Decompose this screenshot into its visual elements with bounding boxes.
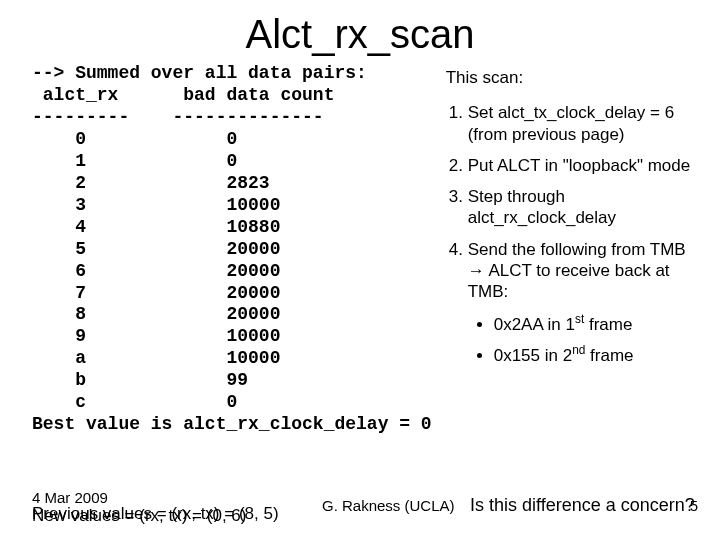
row-rx: a bbox=[75, 348, 86, 368]
table-header-2: alct_rx bad data count bbox=[32, 85, 334, 105]
row-count: 10000 bbox=[226, 348, 280, 368]
row-count: 20000 bbox=[226, 283, 280, 303]
frame-1-post: frame bbox=[584, 315, 632, 334]
row-count: 10880 bbox=[226, 217, 280, 237]
row-count: 20000 bbox=[226, 239, 280, 259]
row-count: 0 bbox=[226, 392, 237, 412]
step-4-pre: Send the following from TMB bbox=[468, 240, 686, 259]
best-value-line: Best value is alct_rx_clock_delay = 0 bbox=[32, 414, 432, 434]
frame-2-post: frame bbox=[585, 346, 633, 365]
arrow-icon: → bbox=[468, 261, 485, 280]
scan-label: This scan: bbox=[446, 67, 698, 88]
row-count: 0 bbox=[226, 151, 237, 171]
table-header-3: --------- -------------- bbox=[32, 107, 324, 127]
row-count: 20000 bbox=[226, 261, 280, 281]
row-count: 10000 bbox=[226, 195, 280, 215]
slide: Alct_rx_scan --> Summed over all data pa… bbox=[0, 0, 720, 540]
row-rx: 5 bbox=[75, 239, 86, 259]
step-4-post: ALCT to receive back at TMB: bbox=[468, 261, 670, 301]
row-rx: 9 bbox=[75, 326, 86, 346]
step-1-text: Set alct_tx_clock_delay = 6 (from previo… bbox=[468, 103, 674, 143]
data-table: --> Summed over all data pairs: alct_rx … bbox=[32, 63, 432, 436]
row-rx: 1 bbox=[75, 151, 86, 171]
row-rx: 3 bbox=[75, 195, 86, 215]
row-rx: c bbox=[75, 392, 86, 412]
slide-body: --> Summed over all data pairs: alct_rx … bbox=[0, 63, 720, 436]
right-column: This scan: Set alct_tx_clock_delay = 6 (… bbox=[446, 63, 698, 436]
new-values: New values = (rx, tx) = (0, 6) bbox=[32, 505, 246, 526]
step-3: Step through alct_rx_clock_delay bbox=[468, 186, 698, 229]
row-count: 10000 bbox=[226, 326, 280, 346]
frame-2: 0x155 in 2nd frame bbox=[494, 343, 698, 366]
concern-question: Is this difference a concern? bbox=[470, 494, 695, 517]
frames-list: 0x2AA in 1st frame 0x155 in 2nd frame bbox=[446, 312, 698, 366]
frame-2-pre: 0x155 in 2 bbox=[494, 346, 572, 365]
footer: Previous values = (rx, tx) = (8, 5) 4 Ma… bbox=[32, 503, 698, 526]
frame-1-sup: st bbox=[575, 312, 584, 326]
row-rx: 2 bbox=[75, 173, 86, 193]
steps-list: Set alct_tx_clock_delay = 6 (from previo… bbox=[446, 102, 698, 302]
step-1: Set alct_tx_clock_delay = 6 (from previo… bbox=[468, 102, 698, 145]
row-count: 20000 bbox=[226, 304, 280, 324]
row-count: 0 bbox=[226, 129, 237, 149]
frame-1-pre: 0x2AA in 1 bbox=[494, 315, 575, 334]
row-rx: 7 bbox=[75, 283, 86, 303]
footer-author: G. Rakness (UCLA) bbox=[322, 497, 455, 516]
row-rx: 8 bbox=[75, 304, 86, 324]
frame-2-sup: nd bbox=[572, 343, 585, 357]
frame-1: 0x2AA in 1st frame bbox=[494, 312, 698, 335]
row-rx: 4 bbox=[75, 217, 86, 237]
row-rx: 0 bbox=[75, 129, 86, 149]
step-2: Put ALCT in "loopback" mode bbox=[468, 155, 698, 176]
table-header-1: --> Summed over all data pairs: bbox=[32, 63, 367, 83]
row-rx: b bbox=[75, 370, 86, 390]
page-number: 5 bbox=[690, 497, 698, 516]
row-rx: 6 bbox=[75, 261, 86, 281]
slide-title: Alct_rx_scan bbox=[0, 0, 720, 63]
row-count: 2823 bbox=[226, 173, 269, 193]
row-count: 99 bbox=[226, 370, 248, 390]
step-4: Send the following from TMB → ALCT to re… bbox=[468, 239, 698, 303]
